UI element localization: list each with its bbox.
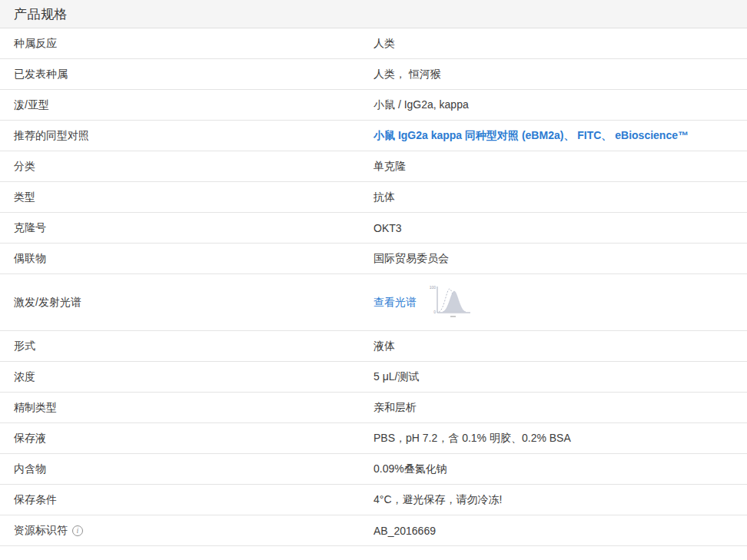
spec-label: 精制类型: [0, 401, 374, 415]
panel-header: 产品规格: [0, 0, 747, 28]
spec-row-concentration: 浓度 5 μL/测试: [0, 362, 747, 393]
spec-row-species-reactivity: 种属反应 人类: [0, 28, 747, 59]
spec-value: 液体: [374, 340, 747, 353]
spec-row-clone: 克隆号 OKT3: [0, 213, 747, 244]
spec-label: 内含物: [0, 462, 374, 476]
spec-row-rrid: 资源标识符 i AB_2016669: [0, 515, 747, 546]
spec-label: 种属反应: [0, 37, 374, 51]
spec-label: 保存液: [0, 432, 374, 446]
svg-text:100: 100: [430, 285, 437, 290]
spec-label: 浓度: [0, 370, 374, 384]
spec-value: 国际贸易委员会: [374, 252, 747, 266]
spec-row-conjugate: 偶联物 国际贸易委员会: [0, 244, 747, 274]
spec-label: 泼/亚型: [0, 98, 374, 112]
spec-value: 人类: [374, 37, 747, 51]
spec-row-isotype-control: 推荐的同型对照 小鼠 IgG2a kappa 同种型对照 (eBM2a)、 FI…: [0, 121, 747, 151]
spec-value: 0.09%叠氮化钠: [374, 462, 747, 476]
spec-row-classification: 分类 单克隆: [0, 151, 747, 182]
spec-label: 保存条件: [0, 493, 374, 507]
spec-label: 激发/发射光谱: [0, 296, 374, 310]
spec-value: 小鼠 / IgG2a, kappa: [374, 98, 747, 112]
spec-label: 类型: [0, 191, 374, 204]
spec-row-spectra: 激发/发射光谱 查看光谱 100 0: [0, 274, 747, 331]
spec-row-contains: 内含物 0.09%叠氮化钠: [0, 454, 747, 485]
spec-label: 资源标识符 i: [0, 524, 374, 538]
spec-value: 单克隆: [374, 160, 747, 174]
spec-row-storage-buffer: 保存液 PBS，pH 7.2，含 0.1% 明胶、0.2% BSA: [0, 423, 747, 454]
view-spectra-link[interactable]: 查看光谱: [374, 296, 417, 310]
spec-label: 偶联物: [0, 252, 374, 266]
spec-label: 形式: [0, 340, 374, 353]
product-specifications-panel: 产品规格 种属反应 人类 已发表种属 人类， 恒河猴 泼/亚型 小鼠 / IgG…: [0, 0, 747, 560]
spec-value: 4°C，避光保存，请勿冷冻!: [374, 493, 747, 507]
spec-row-type: 类型 抗体: [0, 182, 747, 213]
spec-value: 查看光谱 100 0: [374, 281, 747, 323]
isotype-control-link[interactable]: 小鼠 IgG2a kappa 同种型对照 (eBM2a)、 FITC、 eBio…: [374, 129, 689, 143]
spec-row-storage-conditions: 保存条件 4°C，避光保存，请勿冷冻!: [0, 485, 747, 515]
spec-row-isotype: 泼/亚型 小鼠 / IgG2a, kappa: [0, 90, 747, 121]
spec-value: 亲和层析: [374, 401, 747, 415]
spectrum-chart-icon[interactable]: 100 0: [427, 281, 475, 323]
spec-label-text: 资源标识符: [14, 524, 68, 538]
spec-value: 小鼠 IgG2a kappa 同种型对照 (eBM2a)、 FITC、 eBio…: [374, 129, 747, 143]
spec-value: OKT3: [374, 222, 747, 234]
spec-value: 抗体: [374, 191, 747, 204]
info-icon[interactable]: i: [72, 525, 83, 536]
spec-label: 克隆号: [0, 221, 374, 235]
spec-value: 5 μL/测试: [374, 370, 747, 384]
spec-label: 已发表种属: [0, 68, 374, 81]
spec-row-published-species: 已发表种属 人类， 恒河猴: [0, 59, 747, 90]
spec-row-form: 形式 液体: [0, 331, 747, 362]
spec-row-purification: 精制类型 亲和层析: [0, 393, 747, 423]
spec-label: 推荐的同型对照: [0, 129, 374, 143]
spec-value: AB_2016669: [374, 525, 747, 537]
spec-value: PBS，pH 7.2，含 0.1% 明胶、0.2% BSA: [374, 432, 747, 446]
panel-title: 产品规格: [14, 5, 68, 23]
svg-text:0: 0: [433, 310, 436, 314]
spec-label: 分类: [0, 160, 374, 174]
spec-value: 人类， 恒河猴: [374, 68, 747, 81]
